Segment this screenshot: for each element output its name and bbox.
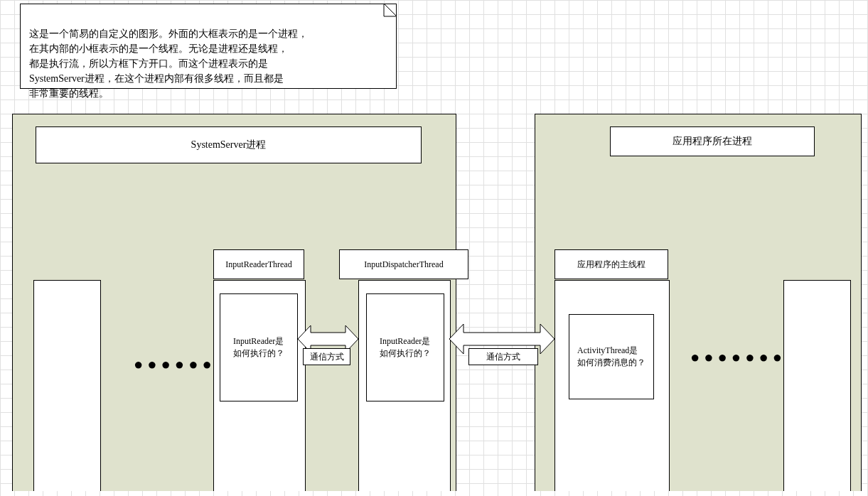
inner-app-main: ActivityThread是 如何消费消息的？ xyxy=(569,314,654,399)
diagram-canvas: 这是一个简易的自定义的图形。外面的大框表示的是一个进程， 在其内部的小框表示的是… xyxy=(0,0,868,496)
inner-input-dispatcher: InputReader是 如何执行的？ xyxy=(366,293,444,401)
comm-label-2: 通信方式 xyxy=(468,348,538,365)
note-box: 这是一个简易的自定义的图形。外面的大框表示的是一个进程， 在其内部的小框表示的是… xyxy=(20,4,397,89)
inner-text: InputReader是 如何执行的？ xyxy=(233,335,284,360)
process-title-system-server: SystemServer进程 xyxy=(36,126,422,163)
label-text: 应用程序的主线程 xyxy=(577,259,645,271)
thread-anon-left xyxy=(33,280,101,491)
ellipsis-right: ●●●●●●● xyxy=(690,348,786,367)
thread-label-app-main: 应用程序的主线程 xyxy=(554,249,668,279)
comm-text: 通信方式 xyxy=(486,351,520,363)
process-title-text: 应用程序所在进程 xyxy=(673,135,752,148)
process-title-app: 应用程序所在进程 xyxy=(610,126,815,156)
thread-label-input-dispatcher: InputDispatcherThread xyxy=(339,249,468,279)
inner-text: ActivityThread是 如何消费消息的？ xyxy=(577,345,645,369)
process-title-text: SystemServer进程 xyxy=(191,139,267,151)
note-fold-icon xyxy=(384,4,398,18)
note-text: 这是一个简易的自定义的图形。外面的大框表示的是一个进程， 在其内部的小框表示的是… xyxy=(29,28,308,99)
thread-label-input-reader: InputReaderThread xyxy=(213,249,304,279)
ellipsis-left: ●●●●●● xyxy=(134,355,216,374)
thread-anon-right xyxy=(783,280,851,491)
comm-label-1: 通信方式 xyxy=(303,348,350,365)
inner-input-reader: InputReader是 如何执行的？ xyxy=(220,293,298,401)
comm-text: 通信方式 xyxy=(310,351,344,363)
label-text: InputDispatcherThread xyxy=(364,259,443,270)
inner-text: InputReader是 如何执行的？ xyxy=(380,335,431,360)
label-text: InputReaderThread xyxy=(225,259,291,270)
